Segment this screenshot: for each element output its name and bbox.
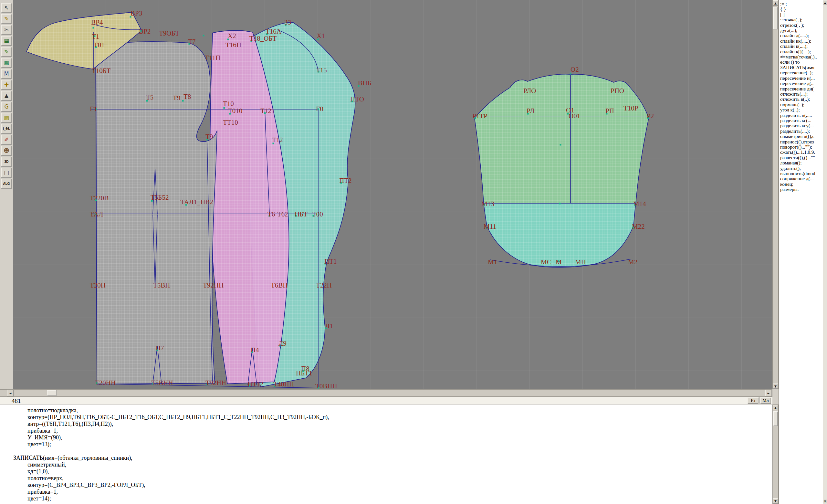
pane-button-rz[interactable]: Рз xyxy=(747,397,759,404)
piece-back-panel[interactable] xyxy=(96,42,217,384)
code-line[interactable] xyxy=(0,448,772,455)
pattern-label: 33 xyxy=(284,18,291,26)
command-item[interactable]: пересечение дн( xyxy=(780,86,823,91)
code-line[interactable]: У_ИМЯ=(90), xyxy=(0,434,772,441)
command-item[interactable]: угол к(..); xyxy=(780,107,823,112)
canvas-horizontal-scroll-thumb[interactable] xyxy=(47,390,56,396)
code-line[interactable]: цвет=13); xyxy=(0,441,772,448)
pattern-canvas[interactable]: ВР3ВР4ВР2Т9ОБТТ7Т1Т01Т10БТХ2Т16ПТ18_ОБТТ… xyxy=(0,0,827,389)
command-item[interactable]: отложить(...); xyxy=(780,91,823,97)
tool-measure[interactable]: M xyxy=(1,69,12,79)
editor-vertical-scrollbar[interactable]: ▲ ▼ xyxy=(772,404,779,504)
pattern-label: Т00 xyxy=(312,210,323,218)
command-panel-scrollbar[interactable]: ▲ ▼ xyxy=(823,0,827,504)
measure-icon: M xyxy=(4,71,9,77)
command-item[interactable]: отрезок( , ); xyxy=(780,22,823,28)
canvas-vertical-scroll-thumb[interactable] xyxy=(773,7,778,30)
pattern-label: П7 xyxy=(156,344,164,352)
code-editor[interactable]: полотно=подкладка,контур=(ПР_ПОЛ,Т6П,Т16… xyxy=(0,404,772,504)
command-item[interactable]: нормаль(..); xyxy=(780,102,823,107)
command-scroll-down-button[interactable]: ▼ xyxy=(823,499,827,503)
tool-portrait[interactable]: ☻ xyxy=(1,146,12,156)
pattern-label: Т9ОБТ xyxy=(159,30,179,37)
pattern-label: ВР2 xyxy=(139,28,151,35)
code-line[interactable]: прибавка=1, xyxy=(0,427,772,434)
tool-sheet[interactable]: ▢ xyxy=(1,168,12,178)
tool-palette[interactable]: ▨ xyxy=(1,113,12,123)
code-line[interactable]: полотно=подкладка, xyxy=(0,407,772,414)
canvas-horizontal-scrollbar[interactable]: ◄ ► xyxy=(0,389,772,397)
tool-point[interactable]: ▲ xyxy=(1,91,12,101)
canvas-scroll-left-button[interactable]: ◄ xyxy=(7,390,14,396)
command-item[interactable]: сжать(()...1.1.0.9. xyxy=(780,150,823,155)
pattern-label: Р1ТР xyxy=(472,112,487,120)
tool-geometry[interactable]: G xyxy=(1,102,12,112)
command-item[interactable]: развести((),()..."" xyxy=(780,155,823,160)
tool-view-3d[interactable]: 3D xyxy=(1,157,12,167)
command-item[interactable]: сплайн кк(.....); xyxy=(780,39,823,44)
command-item[interactable]: удалить(); xyxy=(780,166,823,171)
tool-select[interactable]: ↖ xyxy=(1,3,12,13)
command-item[interactable]: отложить в(..); xyxy=(780,97,823,102)
tool-algorithm[interactable]: ALG xyxy=(1,179,12,189)
tool-knife[interactable]: ✂ xyxy=(1,25,12,35)
editor-vertical-scroll-thumb[interactable] xyxy=(773,411,778,426)
command-item[interactable]: ломаная(); xyxy=(780,160,823,165)
tool-hand[interactable]: ✚ xyxy=(1,80,12,90)
canvas-scroll-up-button[interactable]: ▲ xyxy=(773,0,778,6)
command-item[interactable]: пересечение д(.. xyxy=(780,81,823,86)
tool-fill[interactable]: ▩ xyxy=(1,58,12,68)
pattern-label: Г0 xyxy=(316,105,323,113)
code-line[interactable]: прибавка=1, xyxy=(0,489,772,495)
command-item[interactable]: поворот(()...""); xyxy=(780,144,823,150)
code-line[interactable]: цвет=14); xyxy=(0,495,772,502)
command-item[interactable]: сплайн д(.....); xyxy=(780,33,823,38)
code-line[interactable]: ЗАПИСАТЬ(имя=(обтачка_горловины_спинки), xyxy=(0,455,772,461)
pane-button-ml[interactable]: Мл xyxy=(760,397,771,404)
code-line[interactable]: контур=(С_ВР4_ВР3,С_ВР3_ВР2,-ГОРЛ_ОБТ), xyxy=(0,482,772,489)
tool-pencil[interactable]: ✎ xyxy=(1,14,12,24)
canvas-vertical-scrollbar[interactable]: ▲ ▼ xyxy=(772,0,779,389)
code-line[interactable]: полотно=верх, xyxy=(0,475,772,482)
command-item[interactable]: пересечение н(... xyxy=(780,75,823,81)
command-item[interactable]: дуга(...); xyxy=(780,28,823,33)
command-item[interactable]: разделить кс(... xyxy=(780,118,823,123)
editor-scroll-down-button[interactable]: ▼ xyxy=(773,498,778,504)
view-3d-icon: 3D xyxy=(4,160,9,163)
code-line[interactable]: внтр=((Т6П,Т121,Т6),(П3,П4,П2)), xyxy=(0,421,772,427)
command-item[interactable]: := ; xyxy=(780,1,823,6)
command-item[interactable]: ЗАПИСАТЬ(имя xyxy=(780,65,823,70)
tool-draw[interactable]: ✎ xyxy=(1,47,12,57)
code-line[interactable]: контур=(ПР_ПОЛ,Т6П,Т16_ОБТ,-С_ПБТ2_Т16_О… xyxy=(0,414,772,421)
pattern-label: Т16П xyxy=(226,41,241,49)
canvas-scroll-down-button[interactable]: ▼ xyxy=(773,384,778,389)
pattern-label: РЛО xyxy=(523,87,536,95)
command-item[interactable]: размеры: xyxy=(780,187,823,192)
command-item[interactable]: разделить(....); xyxy=(780,129,823,134)
editor-scroll-up-button[interactable]: ▲ xyxy=(773,405,778,410)
command-item[interactable]: сплайн к[](....); xyxy=(780,49,823,54)
command-item[interactable]: ≠=метка(точка(.).. xyxy=(780,54,823,59)
point-icon: ▲ xyxy=(4,93,8,99)
tool-brush[interactable]: ✐ xyxy=(1,135,12,145)
command-item[interactable]: :=точка(.,); xyxy=(780,17,823,22)
command-scroll-up-button[interactable]: ▲ xyxy=(823,1,827,5)
command-item[interactable]: разделить н(,.... xyxy=(780,113,823,118)
tool-grid[interactable]: ▦ xyxy=(1,36,12,46)
command-item[interactable]: если () то xyxy=(780,59,823,65)
code-line[interactable]: симметричный, xyxy=(0,461,772,468)
command-item[interactable]: сопряжение д(... xyxy=(780,176,823,181)
command-item[interactable]: разделить ксу(... xyxy=(780,123,823,128)
command-item[interactable]: конец; xyxy=(780,182,823,187)
command-item[interactable]: { } xyxy=(780,6,823,12)
command-item[interactable]: перенос((),отрез xyxy=(780,139,823,144)
command-item[interactable]: пересечение(..); xyxy=(780,70,823,75)
pattern-label: О01 xyxy=(569,112,580,120)
command-item[interactable]: симметрия л((),с xyxy=(780,134,823,139)
canvas-scroll-right-button[interactable]: ► xyxy=(765,390,772,396)
command-item[interactable]: сплайн к(....); xyxy=(780,44,823,49)
command-item[interactable]: выполнить(dmod xyxy=(780,171,823,176)
tool-scale-label[interactable]: i_66. xyxy=(1,124,12,134)
command-item[interactable]: [ ] xyxy=(780,12,823,17)
code-line[interactable]: кд=(1,0), xyxy=(0,468,772,475)
